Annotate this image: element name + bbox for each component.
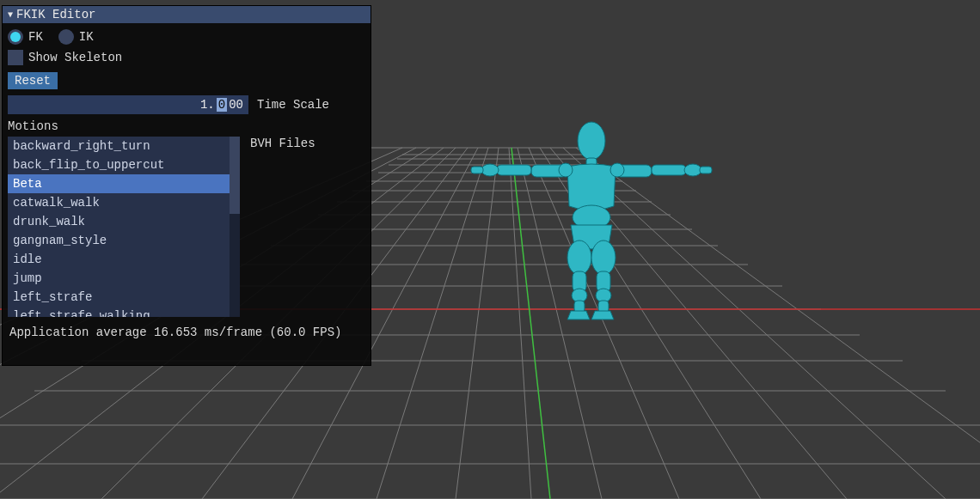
motions-scrollbar[interactable] <box>230 137 240 317</box>
time-scale-highlight: 0 <box>217 98 227 112</box>
collapse-icon: ▼ <box>8 10 13 20</box>
list-item[interactable]: left_strafe <box>8 288 240 307</box>
show-skeleton-label: Show Skeleton <box>28 51 122 64</box>
svg-line-21 <box>563 148 946 499</box>
time-scale-label: Time Scale <box>257 98 329 112</box>
motions-scrollbar-thumb[interactable] <box>230 137 240 214</box>
svg-rect-42 <box>652 165 686 175</box>
svg-line-27 <box>456 148 499 499</box>
svg-point-43 <box>684 164 701 176</box>
list-item[interactable]: idle <box>8 250 240 269</box>
fk-radio[interactable] <box>8 29 23 45</box>
fkik-editor-panel: ▼ FKIK Editor FK IK Show Skeleton Reset … <box>2 5 371 366</box>
list-item[interactable]: gangnam_style <box>8 231 240 250</box>
panel-titlebar[interactable]: ▼ FKIK Editor <box>3 6 371 23</box>
svg-line-28 <box>377 148 488 499</box>
time-scale-prefix: 1. <box>200 98 215 112</box>
svg-line-20 <box>576 148 980 499</box>
ik-radio-label: IK <box>79 30 94 44</box>
list-item[interactable]: backward_right_turn <box>8 137 240 155</box>
svg-line-26 <box>509 148 531 499</box>
ik-radio[interactable] <box>58 29 74 45</box>
svg-point-58 <box>559 163 573 177</box>
svg-rect-46 <box>497 165 531 175</box>
list-item[interactable]: catwalk_walk <box>8 193 240 212</box>
panel-title: FKIK Editor <box>16 8 95 21</box>
svg-point-47 <box>481 164 499 176</box>
list-item[interactable]: drunk_walk <box>8 212 240 231</box>
motions-listbox[interactable]: backward_right_turnback_flip_to_uppercut… <box>8 137 240 317</box>
list-item[interactable]: jump <box>8 269 240 288</box>
bvh-files-label: BVH Files <box>247 137 315 317</box>
show-skeleton-checkbox[interactable] <box>8 50 23 65</box>
svg-point-38 <box>578 122 605 160</box>
reset-button[interactable]: Reset <box>8 72 58 89</box>
time-scale-suffix: 00 <box>229 98 243 112</box>
svg-rect-44 <box>700 167 712 173</box>
svg-point-57 <box>610 163 624 177</box>
fk-radio-label: FK <box>28 30 43 44</box>
svg-point-49 <box>567 240 591 275</box>
status-text: Application average 16.653 ms/frame (60.… <box>8 317 365 356</box>
svg-rect-48 <box>471 167 483 173</box>
list-item[interactable]: left_strafe_walking <box>8 307 240 317</box>
time-scale-input[interactable]: 1.000 <box>8 95 248 114</box>
motions-label: Motions <box>8 116 365 135</box>
svg-line-37 <box>511 148 550 499</box>
svg-point-53 <box>591 240 616 275</box>
list-item[interactable]: Beta <box>8 174 240 193</box>
list-item[interactable]: back_flip_to_uppercut <box>8 155 240 174</box>
